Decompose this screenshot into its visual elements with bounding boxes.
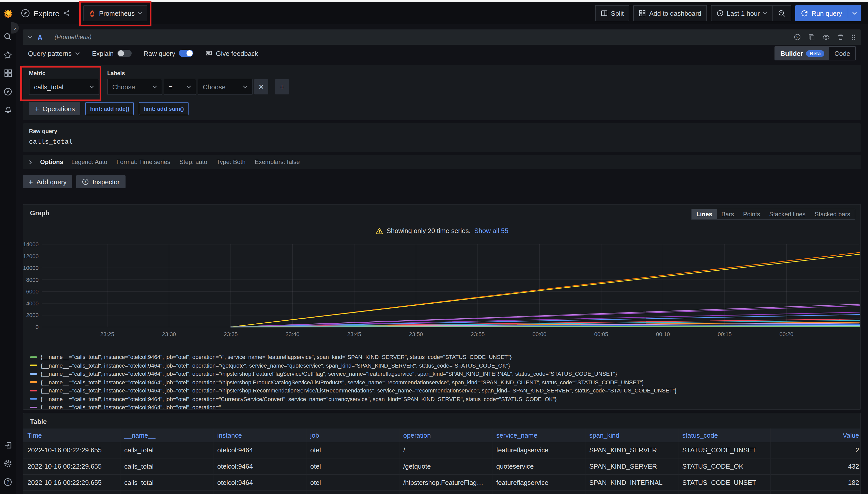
query-options-row[interactable]: Options Legend: AutoFormat: Time seriesS… — [23, 155, 861, 169]
label-operator-select[interactable]: = — [164, 79, 196, 95]
legend-item-1[interactable]: {__name__="calls_total", instance="otelc… — [30, 361, 857, 369]
query-patterns-dropdown[interactable]: Query patterns — [28, 50, 80, 57]
column-header-instance[interactable]: instance — [213, 429, 306, 442]
metric-value: calls_total — [34, 83, 64, 91]
split-button[interactable]: Split — [595, 5, 629, 21]
zoom-out-button[interactable] — [773, 5, 791, 21]
operations-label: Operations — [43, 105, 75, 112]
graph-mode-stacked-bars[interactable]: Stacked bars — [810, 209, 855, 219]
column-header-statuscode[interactable]: status_code — [678, 429, 771, 442]
legend-swatch — [30, 356, 37, 358]
option-item: Exemplars: false — [255, 158, 300, 166]
time-range-button[interactable]: Last 1 hour — [711, 5, 773, 21]
table-cell: otelcol:9464 — [213, 458, 306, 474]
give-feedback-link[interactable]: Give feedback — [205, 50, 258, 57]
query-row-header[interactable]: A (Prometheus) ? — [23, 30, 861, 45]
graph-mode-points[interactable]: Points — [738, 209, 764, 219]
add-label-filter-button[interactable]: + — [275, 79, 289, 94]
dashboards-icon[interactable] — [3, 68, 13, 78]
legend-item-partial[interactable]: {__name__="calls_total", instance="otelc… — [30, 403, 857, 410]
hide-query-eye-icon[interactable] — [822, 33, 830, 41]
operations-button[interactable]: + Operations — [29, 102, 80, 115]
builder-label: Builder — [780, 50, 803, 57]
query-editor: A (Prometheus) ? Query patterns — [23, 30, 861, 188]
collapse-chevron-icon[interactable] — [28, 36, 33, 39]
add-to-dashboard-button[interactable]: Add to dashboard — [633, 5, 707, 21]
raw-query-toggle[interactable] — [179, 50, 193, 57]
drag-handle-grip-icon[interactable] — [851, 34, 856, 40]
legend-item-3[interactable]: {__name__="calls_total", instance="otelc… — [30, 378, 857, 386]
column-header-job[interactable]: job — [306, 429, 399, 442]
time-series-chart[interactable]: 0200040006000800010000120001400023:2523:… — [23, 238, 861, 342]
legend-item-0[interactable]: {__name__="calls_total", instance="otelc… — [30, 353, 857, 361]
run-query-label: Run query — [812, 10, 842, 17]
starred-icon[interactable] — [3, 50, 13, 60]
graph-mode-stacked-lines[interactable]: Stacked lines — [764, 209, 810, 219]
svg-text:10000: 10000 — [23, 265, 39, 271]
inspector-button[interactable]: i Inspector — [76, 175, 125, 188]
add-query-button[interactable]: + Add query — [23, 175, 72, 188]
explain-toggle[interactable] — [117, 50, 131, 57]
query-hint-button-0[interactable]: hint: add rate() — [86, 102, 134, 115]
share-icon[interactable] — [63, 10, 70, 17]
query-ref-id: A — [38, 33, 42, 41]
grafana-logo[interactable] — [3, 9, 13, 19]
explain-label: Explain — [92, 50, 113, 57]
table-cell: otel — [306, 491, 399, 494]
settings-gear-icon[interactable] — [3, 458, 13, 469]
builder-mode-tab[interactable]: Builder Beta — [775, 47, 829, 60]
show-all-series-link[interactable]: Show all 55 — [474, 227, 508, 234]
column-header-servicename[interactable]: service_name — [492, 429, 585, 442]
raw-query-label: Raw query — [144, 50, 175, 57]
series-limit-warning: Showing only 20 time series. Show all 55 — [23, 227, 861, 234]
svg-text:6000: 6000 — [26, 288, 39, 295]
datasource-picker[interactable]: Prometheus — [83, 5, 147, 21]
label-name-select[interactable]: Choose — [107, 79, 162, 95]
inspector-label: Inspector — [92, 178, 120, 186]
table-cell: 621 — [771, 491, 861, 494]
give-feedback-label: Give feedback — [216, 50, 258, 57]
page-title: Explore — [21, 8, 70, 18]
label-name-placeholder: Choose — [112, 83, 135, 91]
add-query-label: Add query — [37, 178, 67, 186]
explore-compass-icon[interactable] — [3, 86, 13, 96]
beta-badge: Beta — [806, 50, 824, 57]
label-value-select[interactable]: Choose — [198, 79, 253, 95]
sign-in-icon[interactable] — [3, 440, 13, 450]
query-datasource-label: (Prometheus) — [55, 34, 91, 41]
code-mode-tab[interactable]: Code — [829, 47, 855, 60]
duplicate-query-icon[interactable] — [808, 34, 815, 41]
column-header-spankind[interactable]: span_kind — [585, 429, 678, 442]
svg-text:23:40: 23:40 — [285, 331, 299, 337]
column-header-name[interactable]: __name__ — [120, 429, 213, 442]
options-label: Options — [40, 158, 63, 166]
column-header-Value[interactable]: Value — [771, 429, 861, 442]
legend-label: {__name__="calls_total", instance="otelc… — [41, 371, 617, 377]
svg-text:23:30: 23:30 — [162, 331, 176, 337]
run-query-button[interactable]: Run query — [795, 5, 861, 21]
legend-item-5[interactable]: {__name__="calls_total", instance="otelc… — [30, 395, 857, 403]
legend-swatch — [30, 373, 37, 375]
run-query-dropdown[interactable] — [848, 5, 861, 21]
svg-text:23:45: 23:45 — [347, 331, 361, 337]
remove-label-filter-button[interactable]: ✕ — [254, 79, 268, 94]
query-builder-block: Metric calls_total Labels — [23, 65, 861, 120]
table-cell: 2022-10-16 00:22:29.655 — [23, 458, 120, 474]
graph-mode-bars[interactable]: Bars — [717, 209, 738, 219]
query-hint-button-1[interactable]: hint: add sum() — [139, 102, 188, 115]
svg-text:00:10: 00:10 — [656, 331, 670, 337]
help-icon[interactable]: ? — [3, 477, 13, 487]
remove-query-trash-icon[interactable] — [837, 34, 844, 41]
legend-label: {__name__="calls_total", instance="otelc… — [41, 354, 511, 360]
column-header-Time[interactable]: Time — [23, 429, 120, 442]
table-cell: otelcol:9464 — [213, 442, 306, 458]
graph-mode-lines[interactable]: Lines — [692, 209, 717, 219]
query-help-icon[interactable]: ? — [794, 34, 801, 41]
legend-item-4[interactable]: {__name__="calls_total", instance="otelc… — [30, 386, 857, 395]
alerting-bell-icon[interactable] — [3, 104, 13, 115]
metric-select[interactable]: calls_total — [29, 79, 99, 95]
table-cell: /hipstershop.FeatureFlagServi… — [399, 474, 492, 491]
split-label: Split — [611, 10, 624, 17]
column-header-operation[interactable]: operation — [399, 429, 492, 442]
legend-item-2[interactable]: {__name__="calls_total", instance="otelc… — [30, 369, 857, 378]
